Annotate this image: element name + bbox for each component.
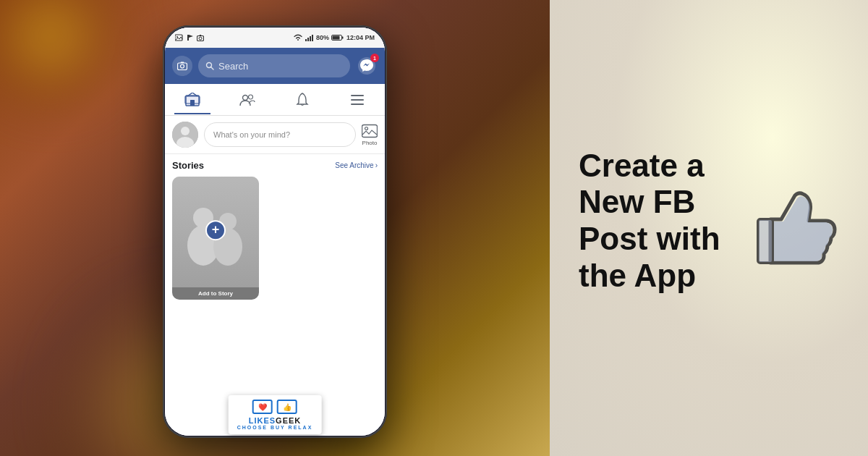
search-bar[interactable]: Search [198,54,350,77]
see-archive-link[interactable]: See Archive › [335,161,378,169]
svg-rect-29 [362,124,378,137]
watermark-heart-icon: ❤️ [252,400,273,414]
nav-menu[interactable] [339,85,375,114]
chevron-right-icon: › [375,161,378,169]
thumbs-up-icon [745,176,846,277]
svg-rect-7 [310,36,311,41]
post-composer: What's on your mind? Photo [165,116,385,154]
messenger-button[interactable]: 1 [356,55,378,77]
bg-blob1 [0,0,123,109]
nav-home[interactable] [174,85,210,114]
svg-point-13 [181,64,184,68]
status-bar: 80% 12:04 PM [165,28,385,48]
svg-rect-8 [312,35,313,41]
stories-title: Stories [172,160,204,171]
composer-placeholder: What's on your mind? [213,130,290,139]
stories-section: Stories See Archive › [165,154,385,305]
camera-icon [177,62,187,70]
menu-icon [350,94,365,106]
signal-icon [305,34,314,41]
svg-rect-10 [341,37,343,39]
time-text: 12:04 PM [346,34,375,41]
messenger-badge: 1 [370,54,379,62]
status-right: 80% 12:04 PM [293,34,375,41]
flag-status-icon [187,34,194,41]
watermark-likes: LIKES [249,416,276,425]
photo-icon [362,124,378,138]
phone: 80% 12:04 PM [163,25,387,438]
home-icon [184,93,200,107]
bell-icon [296,93,309,107]
svg-rect-6 [307,38,309,41]
svg-point-22 [249,95,253,99]
svg-rect-5 [305,39,307,41]
watermark: ❤️ 👍 LIKESGEEK CHOOSE BUY RELAX [229,395,322,434]
image-status-icon [175,34,184,41]
phone-screen: 80% 12:04 PM [165,28,385,436]
story-card-bg: + [172,177,259,287]
battery-icon [331,34,344,41]
svg-point-21 [243,95,248,100]
photo-button[interactable]: Photo [362,124,378,146]
svg-rect-36 [759,220,772,262]
nav-notifications[interactable] [284,85,320,114]
user-avatar [172,122,198,148]
watermark-thumb-icon: 👍 [277,400,297,414]
svg-point-4 [199,37,202,40]
battery-text: 80% [316,34,329,41]
watermark-geek: GEEK [276,416,301,425]
wifi-icon [293,34,303,41]
search-placeholder: Search [218,61,248,72]
left-section: ❤️ 👍 LIKESGEEK CHOOSE BUY RELAX [0,0,550,456]
avatar-silhouette [172,122,198,148]
svg-point-30 [365,127,368,130]
phone-wrapper: 80% 12:04 PM [163,25,387,438]
add-to-story-label: Add to Story [172,287,259,300]
nav-friends[interactable] [229,85,265,114]
photo-label: Photo [362,140,378,146]
see-archive-text: See Archive [335,161,373,169]
camera-status-icon [197,34,204,41]
status-left-icons [175,34,204,41]
right-section: Create a New FB Post with the App [550,0,868,456]
search-icon [205,62,214,70]
add-story-card[interactable]: + Add to Story [172,177,259,300]
svg-line-15 [211,67,214,70]
svg-point-27 [181,127,190,135]
svg-rect-2 [187,35,189,41]
svg-rect-11 [332,36,339,40]
thumbs-up-container [745,176,846,280]
svg-rect-20 [190,100,195,106]
watermark-tagline: CHOOSE BUY RELAX [237,425,313,430]
what-on-mind-input[interactable]: What's on your mind? [204,122,356,147]
fb-camera-button[interactable] [172,56,192,76]
stories-header: Stories See Archive › [172,160,378,171]
facebook-nav [165,84,385,116]
friends-icon [239,93,255,107]
story-add-button[interactable]: + [205,220,226,240]
facebook-header: Search 1 [165,48,385,84]
